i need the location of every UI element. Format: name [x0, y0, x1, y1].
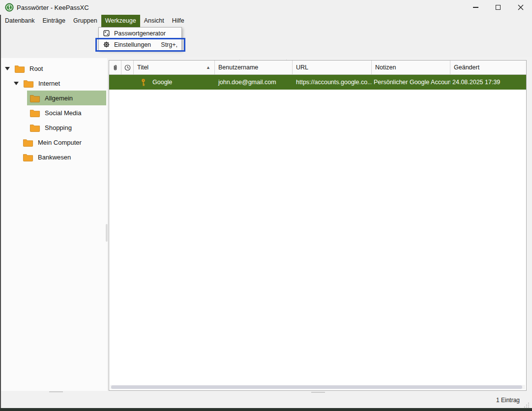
werkzeuge-dropdown-menu: Passwortgenerator Einstellungen Strg+,	[98, 27, 182, 51]
horizontal-scrollbar[interactable]	[110, 385, 525, 389]
menu-gruppen[interactable]: Gruppen	[69, 15, 101, 27]
column-header-url[interactable]: URL	[293, 61, 372, 74]
menu-hilfe[interactable]: Hilfe	[168, 15, 188, 27]
scrollbar-thumb[interactable]	[111, 385, 522, 389]
tree-item-label: Bankwesen	[38, 154, 71, 161]
column-header-titel[interactable]: Titel ▲	[134, 61, 215, 74]
folder-icon	[30, 109, 40, 117]
menu-shortcut: Strg+,	[161, 41, 177, 48]
taskbar-edge	[0, 408, 532, 411]
column-header-notizen[interactable]: Notizen	[372, 61, 450, 74]
attachment-column-header[interactable]	[109, 61, 121, 74]
statusbar-entry-count: 1 Eintrag	[496, 397, 520, 404]
tree-item-root[interactable]: Root	[0, 61, 107, 76]
column-header-benutzername[interactable]: Benutzername	[215, 61, 293, 74]
folder-icon	[23, 138, 33, 147]
menu-ansicht[interactable]: Ansicht	[140, 15, 168, 27]
entry-row-google[interactable]: Google john.doe@gmail.com https://accoun…	[109, 75, 526, 90]
menu-item-einstellungen[interactable]: Einstellungen Strg+,	[99, 39, 181, 50]
sort-ascending-icon: ▲	[206, 65, 210, 70]
menu-datenbank[interactable]: Datenbank	[1, 15, 38, 27]
desktop-edge	[0, 15, 1, 408]
tree-item-social-media[interactable]: Social Media	[0, 105, 107, 120]
close-button[interactable]	[509, 0, 532, 15]
toolbar: ▾ ▾ ?	[0, 27, 532, 57]
keepassxc-logo-icon	[5, 3, 14, 14]
tree-item-label: Allgemein	[45, 95, 73, 102]
key-icon	[139, 78, 148, 87]
splitter-grip[interactable]	[49, 391, 63, 392]
folder-icon	[30, 124, 40, 132]
entry-modified-cell: 24.08.2025 17:39	[450, 75, 526, 90]
menu-eintraege[interactable]: Einträge	[38, 15, 69, 27]
clock-icon	[124, 64, 131, 71]
entry-notes-cell: Persönlicher Google Account	[372, 75, 450, 90]
dice-icon	[103, 30, 110, 37]
tree-item-label: Shopping	[45, 124, 72, 131]
entry-title-cell: Google	[134, 75, 215, 90]
menu-item-passwortgenerator[interactable]: Passwortgenerator	[99, 28, 181, 39]
tree-item-shopping[interactable]: Shopping	[0, 120, 107, 135]
tree-item-label: Internet	[38, 80, 60, 87]
tree-item-label: Mein Computer	[38, 139, 82, 146]
table-header: Titel ▲ Benutzername URL Notizen Geänder…	[109, 61, 526, 75]
title-bar: Passwörter - KeePassXC	[0, 0, 532, 15]
tree-item-internet[interactable]: Internet	[0, 76, 107, 91]
entry-table: Titel ▲ Benutzername URL Notizen Geänder…	[109, 60, 527, 391]
menu-bar: Datenbank Einträge Gruppen Werkzeuge Ans…	[0, 15, 532, 27]
folder-icon	[23, 79, 34, 88]
window-title: Passwörter - KeePassXC	[17, 4, 89, 11]
tree-item-label: Social Media	[45, 109, 81, 117]
close-icon	[518, 4, 524, 10]
maximize-icon	[496, 5, 501, 10]
expand-arrow-icon[interactable]	[14, 82, 19, 85]
folder-icon	[23, 153, 33, 161]
paperclip-icon	[112, 64, 119, 71]
folder-icon	[14, 64, 25, 73]
expand-arrow-icon[interactable]	[5, 67, 10, 70]
column-header-geaendert[interactable]: Geändert	[450, 61, 526, 74]
minimize-button[interactable]	[464, 0, 487, 15]
group-tree: Root Internet Allgemein Social Media Sho…	[0, 58, 107, 391]
gear-icon	[103, 41, 110, 48]
folder-icon	[30, 94, 40, 102]
menu-werkzeuge[interactable]: Werkzeuge	[101, 15, 140, 27]
splitter-grip[interactable]	[311, 392, 325, 393]
splitter-handle[interactable]	[106, 224, 108, 242]
minimize-icon	[473, 7, 478, 8]
maximize-button[interactable]	[487, 0, 509, 15]
entry-username-cell: john.doe@gmail.com	[215, 75, 293, 90]
tree-item-label: Root	[30, 65, 43, 72]
tree-item-mein-computer[interactable]: Mein Computer	[0, 135, 107, 150]
expiry-column-header[interactable]	[121, 61, 134, 74]
entry-url-cell: https://accounts.google.co...	[293, 75, 372, 90]
tree-item-allgemein[interactable]: Allgemein	[0, 91, 107, 105]
tree-item-bankwesen[interactable]: Bankwesen	[0, 150, 107, 164]
